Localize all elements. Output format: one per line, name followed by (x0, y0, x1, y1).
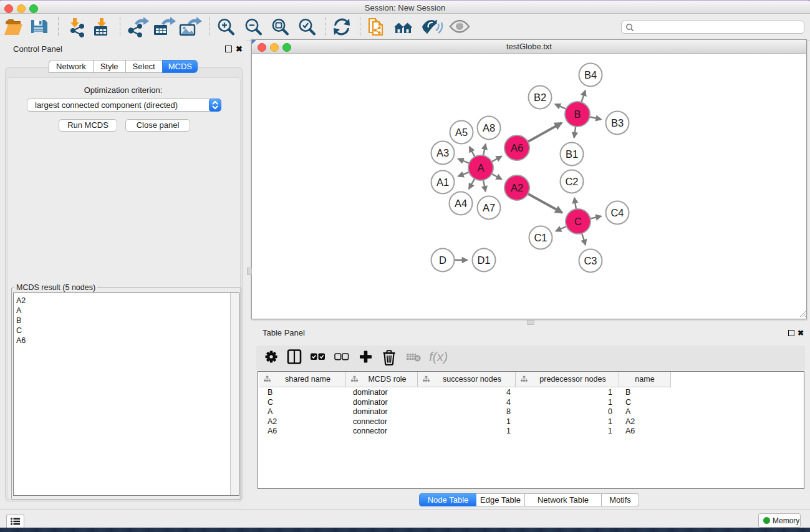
svg-text:D1: D1 (477, 254, 490, 266)
svg-text:B4: B4 (584, 69, 597, 80)
svg-text:A5: A5 (455, 127, 468, 138)
svg-text:A2: A2 (511, 182, 523, 193)
svg-text:A4: A4 (455, 198, 467, 209)
svg-text:A8: A8 (483, 122, 495, 133)
svg-text:A1: A1 (436, 177, 449, 188)
svg-text:C3: C3 (584, 255, 597, 266)
svg-text:C1: C1 (534, 232, 547, 243)
svg-text:D: D (439, 254, 446, 266)
svg-text:B1: B1 (566, 148, 578, 160)
svg-text:B2: B2 (534, 92, 546, 103)
svg-text:A7: A7 (483, 202, 495, 213)
svg-text:C: C (574, 216, 582, 227)
svg-text:A6: A6 (511, 142, 523, 153)
svg-text:A3: A3 (436, 147, 449, 158)
svg-text:C4: C4 (610, 207, 624, 218)
svg-text:A: A (477, 162, 484, 173)
svg-text:C2: C2 (565, 176, 578, 187)
svg-text:f(x): f(x) (429, 349, 448, 364)
svg-text:B: B (574, 109, 581, 120)
svg-text:B3: B3 (611, 117, 624, 128)
